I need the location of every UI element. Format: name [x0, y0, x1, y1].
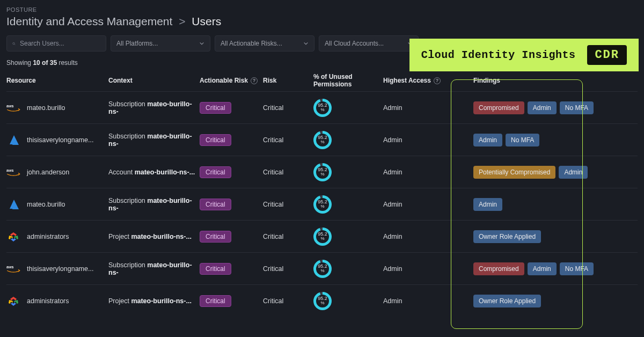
risk-cell: Critical — [263, 297, 313, 305]
unused-cell: 95.2% — [313, 131, 383, 149]
finding-tag[interactable]: Compromised — [473, 101, 524, 114]
finding-tag[interactable]: Admin — [559, 166, 588, 179]
platform-filter-label: All Platforms... — [116, 40, 158, 47]
access-cell: Admin — [383, 201, 458, 208]
table-header: Resource Context Actionable Risk ? Risk … — [6, 70, 638, 91]
col-context[interactable]: Context — [108, 77, 200, 84]
findings-cell: Admin — [458, 198, 641, 211]
col-risk[interactable]: Risk — [263, 77, 313, 84]
actionable-cell: Critical — [200, 231, 263, 243]
unused-cell: 95.2% — [313, 99, 383, 117]
context-cell: Subscription mateo-burillo-ns- — [108, 261, 200, 276]
gauge-value: 95.2% — [318, 200, 327, 209]
unused-cell: 95.2% — [313, 260, 383, 278]
col-unused[interactable]: % of Unused Permissions — [313, 73, 383, 88]
resource-name: mateo.burillo — [27, 201, 65, 208]
resource-name: john.anderson — [27, 169, 69, 176]
gauge-icon: 95.2% — [313, 292, 332, 310]
search-input-wrap[interactable] — [6, 35, 106, 52]
page-header: POSTURE Identity and Access Management >… — [0, 0, 644, 28]
risk-cell: Critical — [263, 201, 313, 208]
col-actionable[interactable]: Actionable Risk ? — [200, 77, 263, 84]
gauge-value: 95.2% — [318, 103, 327, 112]
access-cell: Admin — [383, 169, 458, 176]
context-type: Subscription — [108, 100, 147, 108]
aws-icon: aws — [6, 165, 20, 179]
finding-tag[interactable]: Admin — [528, 101, 557, 114]
svg-line-1 — [14, 44, 16, 45]
table-row[interactable]: aws thisisaverylongname... Subscription … — [6, 252, 638, 284]
access-cell: Admin — [383, 265, 458, 273]
context-type: Project — [108, 233, 131, 240]
context-value: mateo-burillo-ns-... — [135, 169, 195, 176]
actionable-cell: Critical — [200, 102, 263, 114]
finding-tag[interactable]: No MFA — [560, 101, 594, 114]
resource-cell: mateo.burillo — [6, 197, 108, 211]
chevron-down-icon — [199, 41, 204, 46]
gauge-value: 95.2% — [318, 296, 327, 305]
resource-cell: aws thisisaverylongname... — [6, 262, 108, 276]
actionable-cell: Critical — [200, 263, 263, 275]
risk-filter[interactable]: All Actionable Risks... — [215, 35, 314, 52]
breadcrumb-parent[interactable]: Identity and Access Management — [6, 15, 172, 27]
resource-name: administrators — [27, 297, 69, 305]
chevron-down-icon — [303, 41, 309, 46]
gauge-icon: 95.2% — [313, 260, 332, 278]
finding-tag[interactable]: No MFA — [506, 134, 539, 146]
search-input[interactable] — [20, 40, 100, 47]
svg-text:aws: aws — [6, 104, 14, 108]
actionable-cell: Critical — [200, 199, 263, 210]
risk-cell: Critical — [263, 136, 313, 144]
unused-cell: 95.2% — [313, 228, 383, 246]
gauge-value: 95.2% — [318, 135, 327, 144]
actionable-cell: Critical — [200, 134, 263, 146]
gauge-icon: 95.2% — [313, 163, 332, 181]
finding-tag[interactable]: Compromised — [473, 262, 524, 275]
finding-tag[interactable]: No MFA — [560, 262, 594, 275]
gauge-icon: 95.2% — [313, 131, 332, 149]
context-cell: Subscription mateo-burillo-ns- — [108, 100, 200, 115]
gauge-value: 95.2% — [318, 167, 327, 177]
col-findings[interactable]: Findings — [458, 77, 641, 84]
context-cell: Subscription mateo-burillo-ns- — [108, 197, 200, 212]
table-row[interactable]: mateo.burillo Subscription mateo-burillo… — [6, 188, 638, 220]
finding-tag[interactable]: Potentially Compromised — [473, 166, 555, 179]
resource-name: thisisaverylongname... — [27, 136, 93, 144]
context-type: Account — [108, 169, 135, 176]
resource-cell: aws john.anderson — [6, 165, 108, 179]
gauge-icon: 95.2% — [313, 228, 332, 246]
result-count: Showing 10 of 35 results — [6, 59, 78, 67]
breadcrumb-current: Users — [192, 15, 221, 27]
context-type: Subscription — [108, 261, 147, 269]
unused-cell: 95.2% — [313, 195, 383, 214]
help-icon[interactable]: ? — [434, 77, 441, 84]
table-row[interactable]: administrators Project mateo-burillo-ns-… — [6, 284, 638, 317]
col-resource[interactable]: Resource — [6, 77, 108, 84]
users-table: Resource Context Actionable Risk ? Risk … — [0, 70, 644, 317]
risk-cell: Critical — [263, 169, 313, 176]
finding-tag[interactable]: Owner Role Applied — [473, 295, 541, 307]
risk-cell: Critical — [263, 233, 313, 240]
access-cell: Admin — [383, 136, 458, 144]
account-filter[interactable]: All Cloud Accounts... — [319, 35, 419, 52]
table-row[interactable]: aws mateo.burillo Subscription mateo-bur… — [6, 91, 638, 123]
finding-tag[interactable]: Admin — [473, 134, 502, 146]
actionable-risk-pill: Critical — [200, 263, 231, 275]
table-row[interactable]: aws john.anderson Account mateo-burillo-… — [6, 156, 638, 188]
gauge-icon: 95.2% — [313, 99, 332, 117]
context-type: Subscription — [108, 197, 147, 204]
finding-tag[interactable]: Admin — [528, 262, 557, 275]
help-icon[interactable]: ? — [251, 77, 258, 84]
col-access[interactable]: Highest Access ? — [383, 77, 458, 84]
actionable-risk-pill: Critical — [200, 231, 231, 243]
table-row[interactable]: thisisaverylongname... Subscription mate… — [6, 123, 638, 156]
actionable-cell: Critical — [200, 295, 263, 307]
context-cell: Subscription mateo-burillo-ns- — [108, 133, 200, 148]
finding-tag[interactable]: Admin — [473, 198, 502, 211]
actionable-risk-pill: Critical — [200, 166, 231, 178]
context-type: Project — [108, 297, 131, 305]
aws-icon: aws — [6, 262, 20, 276]
platform-filter[interactable]: All Platforms... — [111, 35, 210, 52]
table-row[interactable]: administrators Project mateo-burillo-ns-… — [6, 220, 638, 252]
finding-tag[interactable]: Owner Role Applied — [473, 230, 541, 243]
